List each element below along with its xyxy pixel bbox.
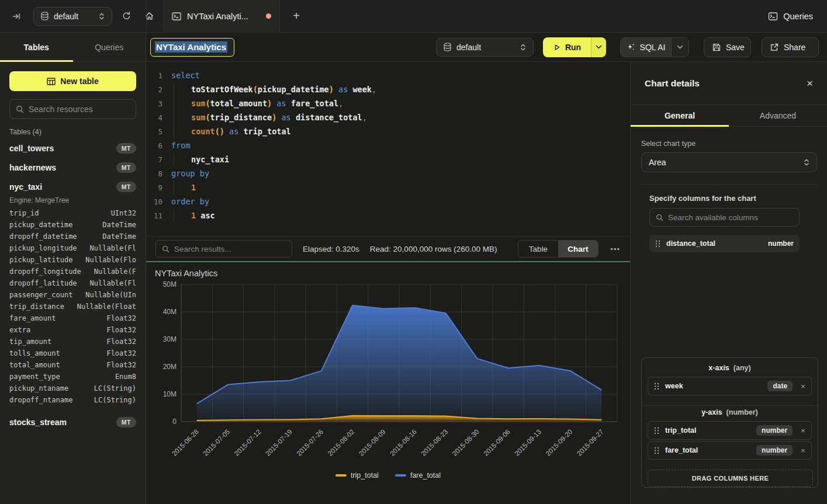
refresh-icon[interactable] <box>117 7 136 26</box>
run-button-main[interactable]: Run <box>543 37 591 57</box>
schema-column-name: tolls_amount <box>9 349 60 361</box>
code-line[interactable]: 5count() as trip_total <box>146 124 630 138</box>
elapsed-stat: Elapsed: 0.320s <box>303 245 359 253</box>
run-database-selector[interactable]: default <box>436 38 534 57</box>
line-number: 4 <box>146 113 162 122</box>
columns-search[interactable] <box>649 208 800 227</box>
columns-search-input[interactable] <box>668 213 793 222</box>
indent-guide <box>174 124 174 138</box>
svg-text:2015-09-20: 2015-09-20 <box>544 428 573 457</box>
queries-button[interactable]: Queries <box>768 12 813 21</box>
legend-item-fare_total[interactable]: fare_total <box>395 471 441 479</box>
database-selector[interactable]: default <box>33 7 112 26</box>
column-type-badge: number <box>756 425 793 436</box>
remove-icon[interactable]: × <box>801 382 805 391</box>
chart-area: 010M20M30M40M50M2015-06-282015-07-052015… <box>146 262 630 504</box>
svg-text:40M: 40M <box>163 308 177 316</box>
svg-text:2015-07-12: 2015-07-12 <box>233 428 262 457</box>
drag-handle-icon[interactable] <box>654 427 659 435</box>
table-row-stocks-stream[interactable]: stocks_stream MT <box>0 412 146 432</box>
run-button[interactable]: Run <box>543 37 606 57</box>
svg-text:2015-08-23: 2015-08-23 <box>420 428 449 457</box>
query-header: NYTaxi Analytics default Run SQL AI <box>146 33 827 62</box>
drop-zone[interactable]: DRAG COLUMNS HERE <box>648 470 813 487</box>
schema-column-name: pickup_ntaname <box>9 384 68 396</box>
new-table-button[interactable]: New table <box>9 71 136 91</box>
column-item-fare_total[interactable]: fare_totalnumber× <box>648 441 812 460</box>
line-number: 8 <box>146 169 162 178</box>
code-line[interactable]: 4sum(trip_distance) as distance_total, <box>146 110 630 124</box>
svg-text:2015-08-09: 2015-08-09 <box>358 428 387 457</box>
legend-label: fare_total <box>410 471 441 479</box>
schema-column-row: dropoff_ntanameLC(String) <box>9 396 136 408</box>
svg-text:2015-07-19: 2015-07-19 <box>264 428 293 457</box>
schema-column-row: pickup_datetimeDateTime <box>9 221 136 232</box>
table-row-cell-towers[interactable]: cell_towers MT <box>0 138 146 158</box>
search-icon <box>162 245 169 253</box>
view-toggle-table[interactable]: Table <box>518 241 558 257</box>
schema-column-row: tolls_amountFloat32 <box>9 349 136 361</box>
code-line[interactable]: 1select <box>146 68 630 82</box>
column-item-name: distance_total <box>666 239 715 248</box>
code-text: sum(total_amount) as fare_total, <box>171 99 343 108</box>
area-chart[interactable]: 010M20M30M40M50M2015-06-282015-07-052015… <box>146 262 630 504</box>
table-row-hackernews[interactable]: hackernews MT <box>0 158 146 177</box>
sql-ai-main[interactable]: SQL AI <box>621 38 671 57</box>
drag-handle-icon[interactable] <box>654 383 659 390</box>
schema-column-name: pickup_datetime <box>9 221 72 232</box>
column-type-badge: date <box>767 381 793 391</box>
sql-editor[interactable]: 1select2toStartOfWeek(pickup_datetime) a… <box>146 62 630 236</box>
indent-guide <box>174 110 174 124</box>
sidebar-tab-tables[interactable]: Tables <box>0 33 73 61</box>
chart-type-label: Select chart type <box>641 140 695 148</box>
panel-tab-advanced[interactable]: Advanced <box>729 105 827 126</box>
sidebar-search[interactable] <box>9 99 136 119</box>
run-options-chevron[interactable] <box>591 37 606 57</box>
collapse-sidebar-icon[interactable] <box>7 7 26 26</box>
close-icon[interactable]: × <box>807 78 813 89</box>
code-line[interactable]: 91 <box>146 180 630 194</box>
code-line[interactable]: 6from <box>146 138 630 152</box>
tab-nytaxi-analytics[interactable]: NYTaxi Analyti... <box>163 0 280 33</box>
column-item-week[interactable]: weekdate× <box>648 377 812 395</box>
code-line[interactable]: 2toStartOfWeek(pickup_datetime) as week, <box>146 82 630 96</box>
view-toggle-chart[interactable]: Chart <box>558 241 598 257</box>
drag-handle-icon[interactable] <box>655 240 660 248</box>
code-line[interactable]: 3sum(total_amount) as fare_total, <box>146 96 630 110</box>
sql-ai-chevron[interactable] <box>671 38 688 57</box>
svg-text:20M: 20M <box>163 363 177 371</box>
code-line[interactable]: 111 asc <box>146 208 630 223</box>
results-search-input[interactable] <box>174 245 286 253</box>
save-button[interactable]: Save <box>704 37 751 57</box>
sidebar-tab-queries[interactable]: Queries <box>73 33 146 61</box>
code-line[interactable]: 7nyc_taxi <box>146 152 630 166</box>
column-item-trip_total[interactable]: trip_totalnumber× <box>648 421 812 440</box>
y-axis-label: y-axis (number) <box>642 408 818 416</box>
table-row-nyc-taxi[interactable]: nyc_taxi MT <box>0 177 146 196</box>
drag-handle-icon[interactable] <box>654 447 659 454</box>
svg-text:50M: 50M <box>163 280 177 289</box>
schema-column-name: dropoff_longitude <box>9 267 81 279</box>
schema-column-row: trip_distanceNullable(Float <box>9 303 136 314</box>
sidebar-search-input[interactable] <box>29 105 130 114</box>
results-search[interactable] <box>155 240 292 258</box>
sql-ai-button[interactable]: SQL AI <box>620 37 689 57</box>
legend-item-trip_total[interactable]: trip_total <box>335 471 379 479</box>
remove-icon[interactable]: × <box>801 426 805 435</box>
share-button[interactable]: Share <box>762 37 819 57</box>
column-item-name: week <box>665 382 683 390</box>
query-title-input[interactable]: NYTaxi Analytics <box>150 38 234 57</box>
column-item-distance_total[interactable]: distance_totalnumber <box>649 235 800 252</box>
code-line[interactable]: 10order by <box>146 194 630 208</box>
more-options-icon[interactable]: ⋯ <box>609 244 621 255</box>
chart-type-select[interactable]: Area <box>641 152 817 172</box>
remove-icon[interactable]: × <box>801 446 805 455</box>
home-tab[interactable] <box>136 0 163 33</box>
engine-badge: MT <box>116 143 136 154</box>
new-tab-button[interactable]: + <box>287 7 306 26</box>
chevron-updown-icon <box>99 12 105 20</box>
code-text: count() as trip_total <box>171 127 291 136</box>
panel-tab-general[interactable]: General <box>631 105 729 126</box>
view-toggle: Table Chart <box>518 240 598 258</box>
code-line[interactable]: 8group by <box>146 166 630 180</box>
